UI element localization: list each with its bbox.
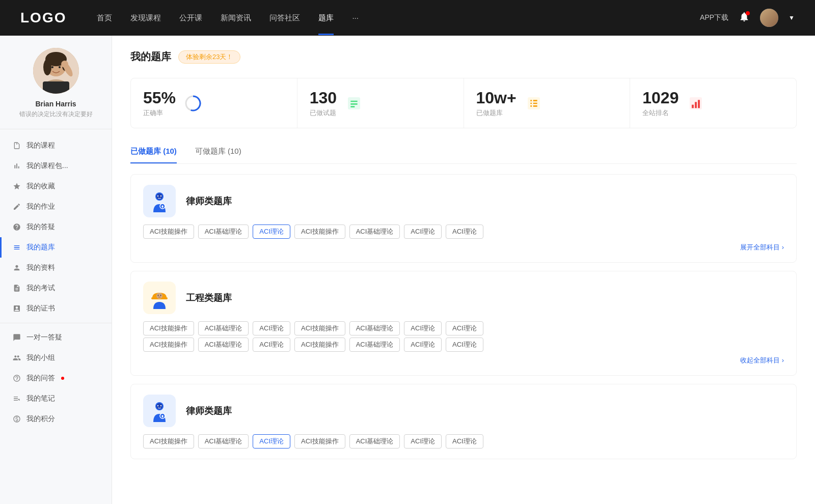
app-download-button[interactable]: APP下载 xyxy=(700,13,728,22)
tag-2-2[interactable]: ACI理论 xyxy=(253,321,290,335)
sidebar-item-my-qa[interactable]: 我的答疑 xyxy=(0,217,112,237)
tab-done[interactable]: 已做题库 (10) xyxy=(130,143,177,163)
tag-1-3[interactable]: ACI技能操作 xyxy=(294,225,345,239)
stat-questions-done: 130 已做试题 xyxy=(297,78,464,128)
tag-1-1[interactable]: ACI基础理论 xyxy=(198,225,249,239)
file-icon xyxy=(12,141,21,150)
cert-icon xyxy=(12,304,21,313)
sidebar-item-one-on-one[interactable]: 一对一答疑 xyxy=(0,327,112,348)
lawyer-icon-svg-3 xyxy=(148,400,171,422)
tag-2-3[interactable]: ACI技能操作 xyxy=(294,321,345,335)
sidebar-item-my-group[interactable]: 我的小组 xyxy=(0,348,112,368)
sidebar-divider xyxy=(0,323,112,323)
nav-more[interactable]: ··· xyxy=(352,13,359,23)
nav-question-bank[interactable]: 题库 xyxy=(318,13,334,23)
sidebar-item-certificate[interactable]: 我的证书 xyxy=(0,298,112,319)
tag-3-3[interactable]: ACI技能操作 xyxy=(294,434,345,449)
tag-1-2[interactable]: ACI理论 xyxy=(253,225,290,239)
svg-point-7 xyxy=(59,66,61,68)
sidebar-item-my-courses[interactable]: 我的课程 xyxy=(0,135,112,156)
tag-2-r2-4[interactable]: ACI基础理论 xyxy=(349,338,400,352)
sidebar-label-my-notes: 我的笔记 xyxy=(26,394,55,403)
stat-banks-icon xyxy=(525,94,543,113)
svg-point-12 xyxy=(188,99,198,108)
bank-tags-1: ACI技能操作 ACI基础理论 ACI理论 ACI技能操作 ACI基础理论 AC… xyxy=(143,225,784,239)
stats-row: 55% 正确率 130 已做试题 xyxy=(130,78,797,128)
logo[interactable]: LOGO xyxy=(20,10,66,26)
sidebar-item-my-points[interactable]: 我的积分 xyxy=(0,409,112,429)
stat-rank: 1029 全站排名 xyxy=(630,78,796,128)
sidebar-label-homework: 我的作业 xyxy=(26,202,55,211)
tag-2-r2-1[interactable]: ACI基础理论 xyxy=(198,338,249,352)
sidebar-item-question-bank[interactable]: 我的题库 xyxy=(0,237,112,258)
stat-questions-value: 130 xyxy=(310,89,337,107)
sidebar-label-my-courses: 我的课程 xyxy=(26,141,55,150)
tag-1-4[interactable]: ACI基础理论 xyxy=(349,225,400,239)
trial-badge: 体验剩余23天！ xyxy=(178,50,240,64)
sidebar-item-my-exam[interactable]: 我的考试 xyxy=(0,278,112,298)
nav-qa[interactable]: 问答社区 xyxy=(269,13,300,23)
tag-1-6[interactable]: ACI理论 xyxy=(446,225,483,239)
sidebar-label-my-profile: 我的资料 xyxy=(26,263,55,272)
tag-2-4[interactable]: ACI基础理论 xyxy=(349,321,400,335)
svg-point-30 xyxy=(157,405,158,406)
tag-2-5[interactable]: ACI理论 xyxy=(404,321,442,335)
sidebar-item-favorites[interactable]: 我的收藏 xyxy=(0,176,112,197)
question-dot xyxy=(61,377,64,380)
tag-2-r2-6[interactable]: ACI理论 xyxy=(446,338,483,352)
sidebar-label-my-questions: 我的问答 xyxy=(26,374,55,383)
sidebar-item-my-profile[interactable]: 我的资料 xyxy=(0,258,112,278)
tag-2-0[interactable]: ACI技能操作 xyxy=(143,321,194,335)
avatar[interactable] xyxy=(760,9,778,27)
svg-point-21 xyxy=(157,195,158,197)
tag-1-0[interactable]: ACI技能操作 xyxy=(143,225,194,239)
tag-2-r2-5[interactable]: ACI理论 xyxy=(404,338,442,352)
sidebar-item-course-package[interactable]: 我的课程包... xyxy=(0,156,112,176)
sidebar-label-my-points: 我的积分 xyxy=(26,414,55,424)
nav-home[interactable]: 首页 xyxy=(97,13,112,23)
profile-avatar xyxy=(33,48,79,94)
bank-card-1: 律师类题库 ACI技能操作 ACI基础理论 ACI理论 ACI技能操作 ACI基… xyxy=(130,174,797,263)
star-icon xyxy=(12,182,21,191)
sidebar-item-my-questions[interactable]: 我的问答 xyxy=(0,368,112,388)
tag-2-r2-3[interactable]: ACI技能操作 xyxy=(294,338,345,352)
sidebar-label-my-qa: 我的答疑 xyxy=(26,222,55,232)
sidebar-menu: 我的课程 我的课程包... 我的收藏 我的作业 xyxy=(0,129,112,435)
tag-1-5[interactable]: ACI理论 xyxy=(404,225,442,239)
stat-rank-info: 1029 全站排名 xyxy=(642,89,678,118)
tag-3-2[interactable]: ACI理论 xyxy=(253,434,290,449)
svg-rect-18 xyxy=(698,100,700,108)
expand-bank-1[interactable]: 展开全部科目 › xyxy=(143,243,784,252)
sidebar-label-my-group: 我的小组 xyxy=(26,353,55,362)
nav-open-course[interactable]: 公开课 xyxy=(179,13,202,23)
notification-bell[interactable] xyxy=(739,11,750,24)
tag-3-0[interactable]: ACI技能操作 xyxy=(143,434,194,449)
tag-3-1[interactable]: ACI基础理论 xyxy=(198,434,249,449)
collapse-bank-2[interactable]: 收起全部科目 › xyxy=(143,356,784,365)
tag-2-6[interactable]: ACI理论 xyxy=(446,321,483,335)
svg-point-4 xyxy=(43,59,51,75)
bank-icon-engineer xyxy=(143,282,176,314)
bank-name-3: 律师类题库 xyxy=(186,405,232,417)
sidebar-item-my-notes[interactable]: 我的笔记 xyxy=(0,388,112,409)
tag-2-r2-2[interactable]: ACI理论 xyxy=(253,338,290,352)
sidebar-label-favorites: 我的收藏 xyxy=(26,182,55,191)
nav-news[interactable]: 新闻资讯 xyxy=(221,13,251,23)
stat-banks-info: 10w+ 已做题库 xyxy=(476,89,517,118)
tag-2-1[interactable]: ACI基础理论 xyxy=(198,321,249,335)
bank-card-3: 律师类题库 ACI技能操作 ACI基础理论 ACI理论 ACI技能操作 ACI基… xyxy=(130,384,797,459)
bank-icon-lawyer-3 xyxy=(143,395,176,427)
tag-2-r2-0[interactable]: ACI技能操作 xyxy=(143,338,194,352)
nav-courses[interactable]: 发现课程 xyxy=(130,13,161,23)
tag-3-4[interactable]: ACI基础理论 xyxy=(349,434,400,449)
profile-motto: 错误的决定比没有决定要好 xyxy=(10,110,101,119)
sidebar-item-homework[interactable]: 我的作业 xyxy=(0,197,112,217)
tag-3-6[interactable]: ACI理论 xyxy=(446,434,483,449)
svg-point-22 xyxy=(160,195,161,197)
tab-available[interactable]: 可做题库 (10) xyxy=(195,143,241,163)
stat-questions-icon xyxy=(345,94,363,113)
sidebar-label-my-exam: 我的考试 xyxy=(26,284,55,293)
avatar-dropdown-arrow[interactable]: ▼ xyxy=(789,14,795,21)
chat-icon xyxy=(12,333,21,342)
tag-3-5[interactable]: ACI理论 xyxy=(404,434,442,449)
